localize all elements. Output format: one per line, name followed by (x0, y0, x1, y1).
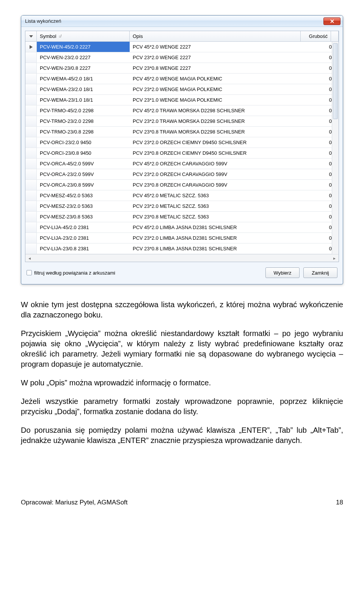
horizontal-scrollbar[interactable]: ◂ ▸ (25, 254, 339, 262)
finish-list-dialog: Lista wykończeń Symbol ↓/ (21, 15, 343, 284)
cell-opis: PCV 45*2.0 WENGE 2227 (130, 42, 308, 52)
column-header-symbol[interactable]: Symbol ↓/ (37, 31, 130, 41)
row-indicator (25, 180, 37, 190)
column-header-symbol-label: Symbol (40, 33, 56, 39)
table-row[interactable]: PCV-MESZ-23/0.8 5363PCV 23*0.8 METALIC S… (25, 212, 339, 222)
cell-opis: PCV 23*2.0 METALIC SZCZ. 5363 (130, 201, 308, 211)
table-row[interactable]: PCV-ORCI-23/0.8 9450PCV 23*0.8 ORZECH CI… (25, 148, 339, 159)
cell-opis: PCV 23*0.8 LIMBA JASNA D2381 SCHILSNER (130, 243, 308, 254)
vertical-scroll-thumb[interactable] (333, 43, 338, 119)
cell-opis: PCV 23*0.8 ORZECH CIEMNY D9450 SCHILSNER (130, 148, 308, 158)
cell-opis: PCV 23*2.0 TRAWA MORSKA D2298 SCHILSNER (130, 116, 308, 126)
paragraph: Jeżeli wszystkie parametry formatki zost… (21, 396, 343, 417)
cell-symbol: PCV-ORCA-23/2.0 599V (37, 169, 130, 179)
cell-symbol: PCV-MESZ-23/0.8 5363 (37, 212, 130, 222)
scroll-left-icon[interactable]: ◂ (27, 256, 32, 261)
cell-symbol: PCV-MESZ-23/2.0 5363 (37, 201, 130, 211)
cell-opis: PCV 45*2.0 LIMBA JASNA D2381 SCHILSNER (130, 222, 308, 232)
table-row[interactable]: PCV-TRMO-45/2.0 2298PCV 45*2.0 TRAWA MOR… (25, 105, 339, 116)
table-row[interactable]: PCV-ORCA-45/2.0 599VPCV 45*2.0 ORZECH CA… (25, 159, 339, 169)
cell-opis: PCV 23*0.8 METALIC SZCZ. 5363 (130, 212, 308, 222)
column-header-opis[interactable]: Opis (130, 31, 301, 41)
table-row[interactable]: PCV-TRMO-23/2.0 2298PCV 23*2.0 TRAWA MOR… (25, 116, 339, 127)
zamknij-button[interactable]: Zamknij (303, 267, 337, 278)
table-row[interactable]: PCV-TRMO-23/0.8 2298PCV 23*0.8 TRAWA MOR… (25, 127, 339, 137)
cell-opis: PCV 23*1.0 WENGE MAGIA POLKEMIC (130, 95, 308, 105)
cell-opis: PCV 23*2.0 ORZECH CIEMNY D9450 SCHILSNER (130, 137, 308, 148)
table-row[interactable]: PCV-LIJA-45/2.0 2381PCV 45*2.0 LIMBA JAS… (25, 222, 339, 233)
cell-opis: PCV 23*2.0 WENGE MAGIA POLKEMIC (130, 84, 308, 94)
cell-opis: PCV 45*2.0 WENGE MAGIA POLKEMIC (130, 74, 308, 84)
filter-checkbox[interactable] (27, 270, 32, 275)
cell-opis: PCV 45*2.0 TRAWA MORSKA D2298 SCHILSNER (130, 105, 308, 116)
current-row-icon (30, 45, 33, 49)
table-row[interactable]: PCV-WEMA-23/1.0 18/1PCV 23*1.0 WENGE MAG… (25, 95, 339, 105)
vertical-scrollbar[interactable] (332, 42, 339, 254)
table-row[interactable]: PCV-ORCI-23/2.0 9450PCV 23*2.0 ORZECH CI… (25, 137, 339, 148)
cell-symbol: PCV-WEMA-23/1.0 18/1 (37, 95, 130, 105)
row-indicator (25, 63, 37, 73)
row-indicator (25, 201, 37, 211)
table-row[interactable]: PCV-LIJA-23/0.8 2381PCV 23*0.8 LIMBA JAS… (25, 243, 339, 254)
table-row[interactable]: PCV-WEMA-45/2.0 18/1PCV 45*2.0 WENGE MAG… (25, 74, 339, 84)
row-indicator (25, 84, 37, 94)
cell-symbol: PCV-ORCI-23/0.8 9450 (37, 148, 130, 158)
cell-symbol: PCV-LIJA-45/2.0 2381 (37, 222, 130, 232)
close-icon (330, 19, 334, 24)
cell-opis: PCV 23*2.0 LIMBA JASNA D2381 SCHILSNER (130, 233, 308, 243)
column-header-grubosc[interactable]: Grubość (301, 31, 331, 41)
scroll-right-icon[interactable]: ▸ (332, 256, 337, 261)
table-row[interactable]: PCV-ORCA-23/2.0 599VPCV 23*2.0 ORZECH CA… (25, 169, 339, 180)
table-row[interactable]: PCV-LIJA-23/2.0 2381PCV 23*2.0 LIMBA JAS… (25, 233, 339, 243)
filter-checkbox-label: filtruj według powiązania z arkuszami (34, 270, 115, 276)
cell-symbol: PCV-WEN-23/0.8 2227 (37, 63, 130, 73)
row-indicator (25, 42, 37, 52)
dialog-titlebar[interactable]: Lista wykończeń (21, 16, 343, 27)
paragraph: W polu „Opis” można wprowadzić informacj… (21, 378, 343, 388)
column-header-scroll-gap (331, 31, 339, 41)
row-indicator (25, 74, 37, 84)
cell-symbol: PCV-LIJA-23/0.8 2381 (37, 243, 130, 254)
row-indicator (25, 116, 37, 126)
cell-symbol: PCV-LIJA-23/2.0 2381 (37, 233, 130, 243)
paragraph: Przyciskiem „Wycięcia” można określić ni… (21, 328, 343, 369)
cell-symbol: PCV-WEMA-45/2.0 18/1 (37, 74, 130, 84)
row-indicator (25, 95, 37, 105)
row-indicator (25, 159, 37, 169)
cell-symbol: PCV-MESZ-45/2.0 5363 (37, 190, 130, 201)
filter-checkbox-row[interactable]: filtruj według powiązania z arkuszami (27, 270, 115, 276)
table-row[interactable]: PCV-ORCA-23/0.8 599VPCV 23*0.8 ORZECH CA… (25, 180, 339, 190)
cell-symbol: PCV-WEMA-23/2.0 18/1 (37, 84, 130, 94)
wybierz-button[interactable]: Wybierz (265, 267, 300, 278)
document-body: W oknie tym jest dostępna szczegółowa li… (21, 300, 343, 446)
table-row[interactable]: PCV-WEN-23/2.0 2227PCV 23*2.0 WENGE 2227… (25, 52, 339, 63)
cell-symbol: PCV-WEN-23/2.0 2227 (37, 52, 130, 63)
row-indicator (25, 222, 37, 232)
grid-header-dropdown[interactable] (25, 31, 37, 41)
cell-opis: PCV 23*0.8 TRAWA MORSKA D2298 SCHILSNER (130, 127, 308, 137)
table-row[interactable]: PCV-WEMA-23/2.0 18/1PCV 23*2.0 WENGE MAG… (25, 84, 339, 95)
table-row[interactable]: PCV-WEN-45/2.0 2227PCV 45*2.0 WENGE 2227… (25, 42, 339, 52)
cell-symbol: PCV-TRMO-23/0.8 2298 (37, 127, 130, 137)
row-indicator (25, 127, 37, 137)
cell-symbol: PCV-ORCA-23/0.8 599V (37, 180, 130, 190)
chevron-down-icon (29, 35, 33, 38)
row-indicator (25, 169, 37, 179)
grid-header: Symbol ↓/ Opis Grubość (25, 31, 339, 42)
grid-rows: PCV-WEN-45/2.0 2227PCV 45*2.0 WENGE 2227… (25, 42, 339, 254)
cell-opis: PCV 45*2.0 ORZECH CARAVAGGIO 599V (130, 159, 308, 169)
paragraph: W oknie tym jest dostępna szczegółowa li… (21, 300, 343, 320)
column-header-opis-label: Opis (133, 33, 143, 39)
paragraph: Do poruszania się pomiędzy polami można … (21, 425, 343, 446)
row-indicator (25, 105, 37, 116)
table-row[interactable]: PCV-MESZ-23/2.0 5363PCV 23*2.0 METALIC S… (25, 201, 339, 212)
sort-indicator-icon: ↓/ (58, 34, 61, 38)
table-row[interactable]: PCV-WEN-23/0.8 2227PCV 23*0.8 WENGE 2227… (25, 63, 339, 74)
cell-opis: PCV 45*2.0 METALIC SZCZ. 5363 (130, 190, 308, 201)
cell-opis: PCV 23*2.0 ORZECH CARAVAGGIO 599V (130, 169, 308, 179)
close-button[interactable] (323, 17, 340, 25)
table-row[interactable]: PCV-MESZ-45/2.0 5363PCV 45*2.0 METALIC S… (25, 190, 339, 201)
cell-opis: PCV 23*0.8 ORZECH CARAVAGGIO 599V (130, 180, 308, 190)
cell-symbol: PCV-TRMO-23/2.0 2298 (37, 116, 130, 126)
finish-grid: Symbol ↓/ Opis Grubość PCV-WEN-45/2.0 22… (25, 31, 339, 262)
